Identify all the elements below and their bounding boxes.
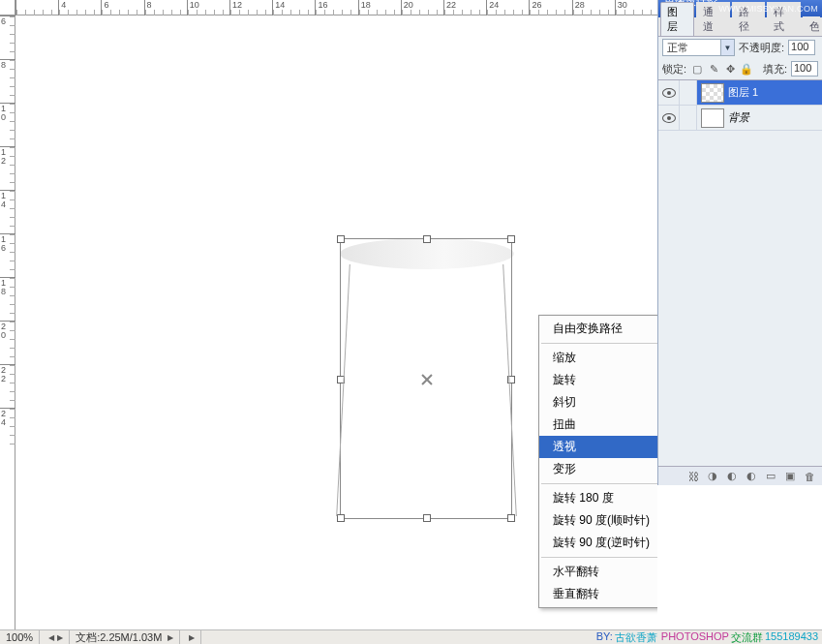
ruler-tick: 4 (61, 0, 66, 10)
chevron-right-icon: ▶ (57, 633, 63, 642)
link-layers-icon[interactable]: ⛓ (686, 470, 700, 483)
eye-icon (662, 88, 676, 98)
layer-item[interactable]: 图层 1 (658, 80, 822, 106)
transform-bounding-box[interactable] (340, 238, 512, 519)
lock-label: 锁定: (662, 62, 686, 77)
lock-all-icon[interactable]: 🔒 (740, 62, 753, 76)
fill-input[interactable]: 100 (791, 61, 818, 77)
layer-name[interactable]: 图层 1 (728, 85, 822, 100)
ruler-horizontal[interactable]: 4 6 8 10 12 14 16 18 20 22 24 26 28 30 (15, 0, 657, 15)
chevron-left-icon: ◀ (48, 633, 54, 642)
ruler-tick: 28 (575, 0, 585, 10)
link-cell[interactable] (680, 106, 697, 130)
status-nav[interactable]: ◀▶ (40, 630, 70, 644)
ruler-vertical[interactable]: 6 8 10 12 14 16 18 20 22 24 (0, 15, 15, 629)
visibility-toggle[interactable] (658, 106, 680, 130)
transform-handle-bl[interactable] (337, 514, 345, 522)
doc-size-value: 2.25M/1.03M (100, 631, 162, 643)
ruler-tick: 10 (190, 0, 199, 10)
adjustment-layer-icon[interactable]: ◐ (745, 470, 758, 483)
fill-label: 填充: (763, 62, 787, 77)
transform-center-icon[interactable] (420, 373, 434, 386)
ruler-tick: 16 (1, 235, 9, 253)
new-group-icon[interactable]: ▭ (764, 470, 777, 483)
layer-name[interactable]: 背景 (728, 110, 822, 125)
credit-app: PHOTOSHOP (661, 630, 729, 645)
ruler-tick: 14 (275, 0, 285, 10)
ruler-tick: 24 (489, 0, 499, 10)
ruler-tick: 22 (446, 0, 456, 10)
layers-panel: 思缘设计论坛 WWW.MISSYUAN.COM 图层 通道 路径 样式 色 正常… (657, 0, 822, 485)
ruler-corner (0, 0, 15, 15)
ruler-tick: 12 (232, 0, 242, 10)
ruler-tick: 20 (1, 322, 9, 340)
ruler-tick: 6 (1, 17, 9, 26)
layer-thumbnail[interactable] (701, 108, 724, 128)
layer-thumbnail[interactable] (701, 83, 724, 103)
ruler-tick: 18 (361, 0, 371, 10)
transform-handle-bm[interactable] (423, 514, 431, 522)
new-layer-icon[interactable]: ▣ (783, 470, 797, 483)
doc-size-label: 文档: (76, 630, 100, 645)
chevron-down-icon: ▼ (720, 40, 734, 55)
credit-number: 155189433 (765, 630, 818, 645)
ruler-tick: 22 (1, 366, 9, 383)
visibility-toggle[interactable] (658, 80, 680, 105)
ruler-tick: 8 (147, 0, 152, 10)
credit-by: BY: (596, 630, 613, 645)
layer-style-icon[interactable]: ◑ (706, 470, 719, 483)
ruler-tick: 26 (532, 0, 541, 10)
layer-list: 图层 1 背景 (658, 79, 822, 131)
chevron-right-icon: ▶ (167, 633, 173, 642)
transform-handle-tr[interactable] (507, 235, 515, 243)
ruler-tick: 8 (1, 61, 9, 70)
ruler-tick: 12 (1, 148, 9, 166)
ruler-tick: 30 (618, 0, 627, 10)
status-bar: 100% ◀▶ 文档: 2.25M/1.03M ▶ ▶ BY: 古欲香萧 PHO… (0, 629, 822, 644)
panel-footer: ⛓ ◑ ◐ ◐ ▭ ▣ 🗑 (658, 466, 822, 485)
ruler-tick: 16 (318, 0, 327, 10)
ruler-tick: 10 (1, 105, 9, 122)
lock-transparency-icon[interactable]: ▢ (690, 62, 704, 76)
ruler-tick: 6 (104, 0, 108, 10)
status-play[interactable]: ▶ (180, 630, 201, 644)
credits: BY: 古欲香萧 PHOTOSHOP 交流群 155189433 (596, 630, 822, 645)
blend-mode-value: 正常 (667, 41, 688, 55)
link-cell[interactable] (680, 80, 697, 105)
opacity-input[interactable]: 100 (788, 40, 815, 55)
ruler-tick: 14 (1, 192, 9, 209)
lock-position-icon[interactable]: ✥ (723, 62, 737, 76)
panel-site: WWW.MISSYUAN.COM (718, 4, 822, 14)
opacity-label: 不透明度: (739, 41, 784, 55)
zoom-level[interactable]: 100% (0, 630, 40, 644)
play-icon: ▶ (189, 633, 195, 642)
tab-layers[interactable]: 图层 (660, 2, 694, 36)
tab-color[interactable]: 色 (803, 16, 820, 36)
eye-icon (662, 113, 676, 123)
transform-handle-tm[interactable] (423, 235, 431, 243)
panel-tabs: 图层 通道 路径 样式 色 (658, 17, 822, 37)
transform-handle-br[interactable] (507, 514, 515, 522)
credit-author: 古欲香萧 (615, 630, 657, 645)
credit-group: 交流群 (731, 630, 763, 645)
lock-pixels-icon[interactable]: ✎ (707, 62, 720, 76)
ruler-tick: 24 (1, 410, 9, 427)
blend-mode-select[interactable]: 正常 ▼ (662, 39, 735, 56)
ruler-tick: 18 (1, 279, 9, 296)
layer-mask-icon[interactable]: ◐ (725, 470, 739, 483)
doc-size[interactable]: 文档: 2.25M/1.03M ▶ (70, 630, 180, 644)
panel-empty-area (657, 485, 822, 629)
delete-layer-icon[interactable]: 🗑 (803, 470, 816, 483)
ruler-tick: 20 (404, 0, 413, 10)
layer-item[interactable]: 背景 (658, 106, 822, 131)
transform-handle-tl[interactable] (337, 235, 345, 243)
